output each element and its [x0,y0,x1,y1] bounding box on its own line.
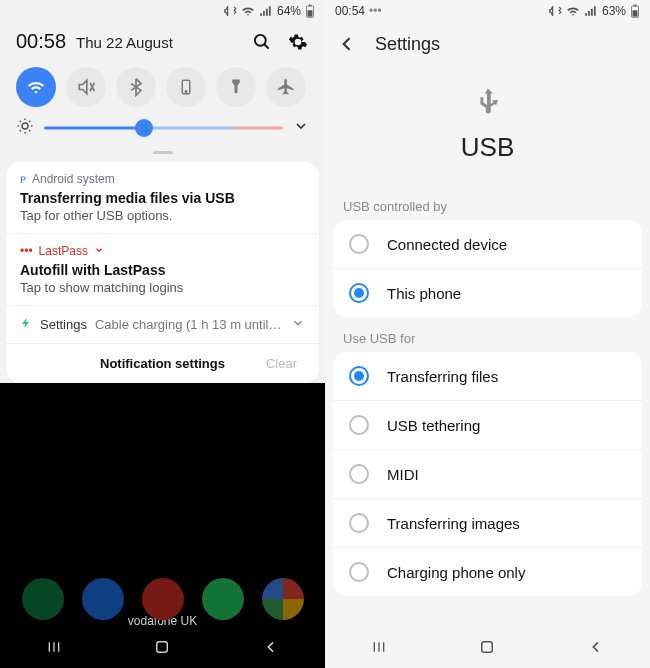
app-camera[interactable] [142,578,184,620]
option-this-phone[interactable]: This phone [333,269,642,317]
signal-icon [259,4,273,18]
option-label: USB tethering [387,417,480,434]
back-button[interactable] [576,627,616,667]
home-button[interactable] [467,627,507,667]
notification-footer: Notification settings Clear [6,344,319,383]
sound-toggle[interactable] [66,67,106,107]
svg-rect-7 [157,642,168,653]
option-label: MIDI [387,466,419,483]
brightness-slider[interactable] [44,118,283,138]
svg-rect-1 [309,5,312,6]
brightness-icon [16,117,34,139]
app-whatsapp[interactable] [202,578,244,620]
notification-app-name: LastPass [39,244,88,258]
flashlight-toggle[interactable] [216,67,256,107]
recents-button[interactable] [359,627,399,667]
radio-icon [349,234,369,254]
gear-icon[interactable] [287,31,309,53]
option-transferring-images[interactable]: Transferring images [333,499,642,548]
radio-icon [349,562,369,582]
charging-label: Settings [40,317,87,332]
battery-pct: 64% [277,4,301,18]
vibrate-icon [223,4,237,18]
header-date: Thu 22 August [76,34,173,51]
brightness-row [0,117,325,147]
chevron-down-icon[interactable] [291,316,305,333]
option-label: Transferring images [387,515,520,532]
radio-icon [349,415,369,435]
svg-rect-10 [633,10,638,16]
notification-app-name: Android system [32,172,115,186]
panel-drag-handle[interactable] [153,151,173,154]
section-label-use: Use USB for [325,319,650,352]
rotation-toggle[interactable] [166,67,206,107]
app-dock [0,578,325,620]
radio-icon [349,464,369,484]
app-messages[interactable] [82,578,124,620]
notification-android-system[interactable]: ᴘ Android system Transferring media file… [6,162,319,234]
section-label-controlled: USB controlled by [325,187,650,220]
option-transferring-files[interactable]: Transferring files [333,352,642,401]
lastpass-badge-icon: ••• [20,244,33,258]
svg-point-3 [255,34,266,45]
battery-pct: 63% [602,4,626,18]
option-usb-tethering[interactable]: USB tethering [333,401,642,450]
status-bar: 64% [0,0,325,22]
recents-button[interactable] [34,627,74,667]
back-button[interactable] [251,627,291,667]
status-bar: 00:54 ••• 63% [325,0,650,22]
radio-icon [349,513,369,533]
controlled-by-card: Connected device This phone [333,220,642,317]
usb-hero: USB [325,66,650,187]
airplane-toggle[interactable] [266,67,306,107]
usb-hero-title: USB [461,132,514,163]
wifi-toggle[interactable] [16,67,56,107]
svg-rect-2 [308,10,313,16]
phone-right: 00:54 ••• 63% Settings US [325,0,650,668]
app-phone[interactable] [22,578,64,620]
quick-panel-header: 00:58 Thu 22 August [0,22,325,61]
battery-icon [630,4,640,18]
option-charging-only[interactable]: Charging phone only [333,548,642,596]
status-time: 00:54 [335,4,365,18]
chevron-down-icon[interactable] [293,118,309,138]
radio-icon [349,366,369,386]
android-badge-icon: ᴘ [20,172,26,186]
nav-bar [325,626,650,668]
notification-lastpass[interactable]: ••• LastPass Autofill with LastPass Tap … [6,234,319,306]
wifi-icon [566,4,580,18]
search-icon[interactable] [251,31,273,53]
use-usb-card: Transferring files USB tethering MIDI Tr… [333,352,642,596]
svg-rect-11 [482,642,493,653]
radio-icon [349,283,369,303]
notification-stack: ᴘ Android system Transferring media file… [6,162,319,383]
nav-bar [0,626,325,668]
usb-icon [473,86,503,120]
option-label: Charging phone only [387,564,525,581]
notification-title: Autofill with LastPass [20,262,305,278]
svg-rect-9 [634,5,637,6]
wifi-icon [241,4,255,18]
back-icon[interactable] [335,32,359,56]
notification-charging[interactable]: Settings Cable charging (1 h 13 m until … [6,306,319,344]
phone-left: 64% 00:58 Thu 22 August [0,0,325,668]
notification-settings-link[interactable]: Notification settings [100,356,225,371]
bluetooth-toggle[interactable] [116,67,156,107]
clock-time: 00:58 [16,30,66,53]
clear-link[interactable]: Clear [266,356,297,371]
chevron-down-icon[interactable] [94,244,104,258]
home-button[interactable] [142,627,182,667]
notification-sub: Tap to show matching logins [20,280,305,295]
notification-sub: Tap for other USB options. [20,208,305,223]
option-connected-device[interactable]: Connected device [333,220,642,269]
charging-text: Cable charging (1 h 13 m until fully c… [95,317,283,332]
notification-title: Transferring media files via USB [20,190,305,206]
option-midi[interactable]: MIDI [333,450,642,499]
status-dots: ••• [369,4,382,18]
option-label: Transferring files [387,368,498,385]
svg-point-5 [185,91,187,93]
option-label: This phone [387,285,461,302]
bolt-icon [20,316,32,333]
battery-icon [305,4,315,18]
app-chrome[interactable] [262,578,304,620]
